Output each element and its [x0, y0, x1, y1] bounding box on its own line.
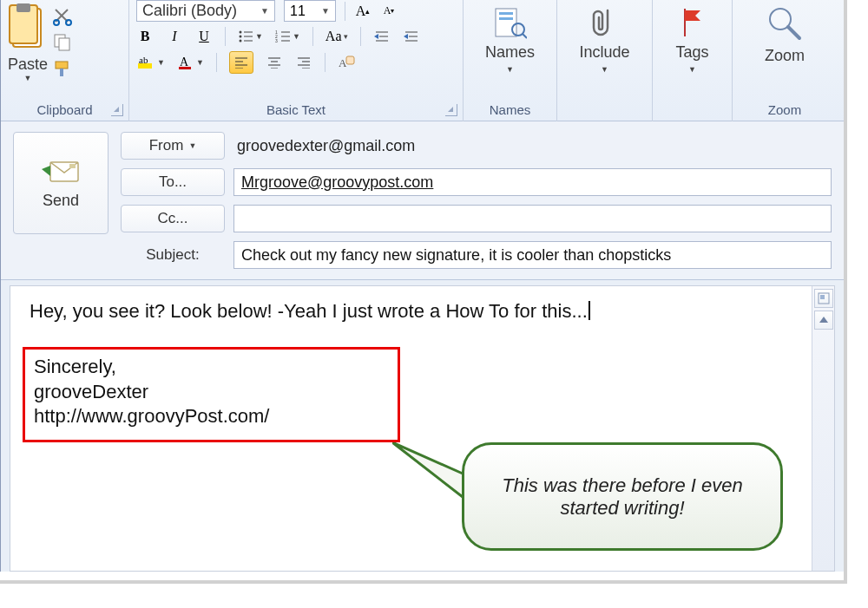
increase-indent-button[interactable] — [403, 28, 420, 45]
grow-font-button[interactable]: A▴ — [354, 3, 372, 20]
separator — [360, 27, 361, 46]
bullets-button[interactable]: ▼ — [238, 29, 263, 43]
svg-point-15 — [240, 40, 242, 42]
svg-rect-59 — [69, 164, 76, 168]
vertical-scrollbar[interactable] — [812, 286, 834, 571]
scroll-up-button[interactable] — [814, 311, 833, 330]
font-name-dropdown[interactable]: Calibri (Body) ▼ — [136, 0, 275, 22]
clear-formatting-icon: A — [338, 55, 355, 70]
chevron-down-icon: ▼ — [196, 58, 204, 67]
highlight-icon: ab — [136, 55, 155, 70]
clear-formatting-button[interactable]: A — [338, 54, 355, 71]
svg-marker-60 — [392, 442, 470, 503]
names-button[interactable]: Names ▼ — [477, 3, 543, 74]
number-list-icon: 1 2 3 — [275, 29, 291, 43]
svg-rect-2 — [16, 3, 30, 12]
body-line: Hey, you see it? Look below! -Yeah I jus… — [30, 300, 815, 323]
selection-pane-icon[interactable] — [814, 289, 833, 308]
svg-marker-58 — [42, 166, 50, 176]
from-label: From — [149, 137, 184, 154]
dialog-launcher-icon[interactable] — [111, 104, 123, 116]
cut-button[interactable] — [53, 7, 72, 26]
separator — [225, 27, 226, 46]
separator — [345, 2, 345, 21]
annotation-callout: This was there before I even started wri… — [462, 442, 783, 551]
format-painter-button[interactable] — [53, 59, 72, 78]
font-size-dropdown[interactable]: 11 ▼ — [284, 0, 336, 22]
svg-rect-62 — [820, 295, 825, 299]
svg-marker-63 — [819, 317, 828, 323]
numbering-button[interactable]: 1 2 3 ▼ — [275, 29, 300, 43]
align-center-button[interactable] — [266, 54, 283, 71]
svg-text:3: 3 — [275, 38, 278, 43]
chevron-down-icon: ▼ — [260, 6, 269, 16]
send-label: Send — [43, 192, 79, 210]
group-clipboard: Paste ▼ — [1, 0, 129, 121]
signature-highlight-box: Sincerely, grooveDexter http://www.groov… — [23, 347, 400, 442]
group-include: Include ▼ — [557, 0, 653, 121]
svg-line-53 — [523, 34, 527, 38]
tags-button[interactable]: Tags ▼ — [667, 3, 717, 74]
to-button[interactable]: To... — [121, 168, 225, 196]
to-field[interactable]: Mrgroove@groovypost.com — [233, 168, 832, 196]
separator — [325, 53, 326, 72]
group-label-tags — [653, 114, 732, 121]
flag-icon — [680, 5, 706, 40]
group-label-basic-text: Basic Text — [129, 100, 463, 121]
text-caret — [589, 301, 590, 320]
chevron-down-icon: ▼ — [688, 65, 696, 74]
align-right-button[interactable] — [295, 54, 312, 71]
send-button[interactable]: Send — [13, 132, 108, 234]
font-name-value: Calibri (Body) — [142, 2, 237, 20]
copy-button[interactable] — [53, 33, 72, 52]
from-button[interactable]: From ▼ — [121, 132, 225, 160]
italic-button[interactable]: I — [166, 28, 183, 45]
font-color-icon: A — [177, 55, 194, 70]
cc-button[interactable]: Cc... — [121, 205, 225, 232]
format-painter-icon — [53, 59, 72, 78]
signature-line: grooveDexter — [34, 380, 389, 405]
font-size-value: 11 — [290, 3, 306, 19]
separator — [312, 27, 313, 46]
decrease-indent-button[interactable] — [373, 28, 391, 45]
chevron-down-icon: ▼ — [255, 32, 263, 41]
from-value: groovedexter@gmail.com — [233, 137, 832, 155]
separator — [216, 53, 217, 72]
include-button[interactable]: Include ▼ — [570, 3, 638, 74]
svg-rect-8 — [59, 38, 69, 50]
font-color-button[interactable]: A ▼ — [177, 55, 204, 70]
group-tags: Tags ▼ — [653, 0, 733, 121]
svg-marker-30 — [404, 34, 408, 39]
chevron-down-icon: ▼ — [321, 6, 330, 16]
group-label-include — [557, 114, 652, 121]
shrink-font-button[interactable]: A▾ — [380, 3, 398, 20]
chevron-down-icon: ▼ — [506, 65, 514, 74]
message-body[interactable]: Hey, you see it? Look below! -Yeah I jus… — [10, 285, 835, 572]
svg-point-6 — [66, 20, 71, 25]
bold-button[interactable]: B — [136, 28, 154, 45]
align-left-button[interactable] — [229, 51, 253, 74]
cc-field[interactable] — [233, 205, 832, 232]
zoom-button[interactable]: Zoom — [756, 3, 813, 65]
scissors-icon — [53, 7, 72, 26]
outdent-icon — [374, 29, 390, 43]
group-label-names: Names — [464, 100, 556, 121]
message-header: Send From ▼ groovedexter@gmail.com To...… — [1, 121, 844, 280]
highlight-button[interactable]: ab ▼ — [136, 55, 165, 70]
magnifier-icon — [766, 5, 803, 43]
change-case-button[interactable]: Aa▾ — [326, 29, 348, 44]
zoom-label: Zoom — [765, 47, 805, 65]
dialog-launcher-icon[interactable] — [445, 104, 457, 116]
svg-rect-50 — [499, 12, 513, 15]
svg-point-13 — [240, 36, 242, 38]
align-left-icon — [234, 56, 248, 69]
paste-split-button[interactable]: Paste ▼ — [8, 3, 48, 82]
svg-text:ab: ab — [139, 55, 148, 65]
svg-point-11 — [240, 31, 242, 34]
subject-field[interactable]: Check out my fancy new signature, it is … — [233, 241, 832, 269]
bullet-list-icon — [238, 29, 253, 43]
chevron-down-icon: ▼ — [293, 32, 300, 41]
paperclip-icon — [592, 5, 616, 40]
underline-button[interactable]: U — [195, 28, 213, 45]
envelope-send-icon — [40, 157, 82, 186]
